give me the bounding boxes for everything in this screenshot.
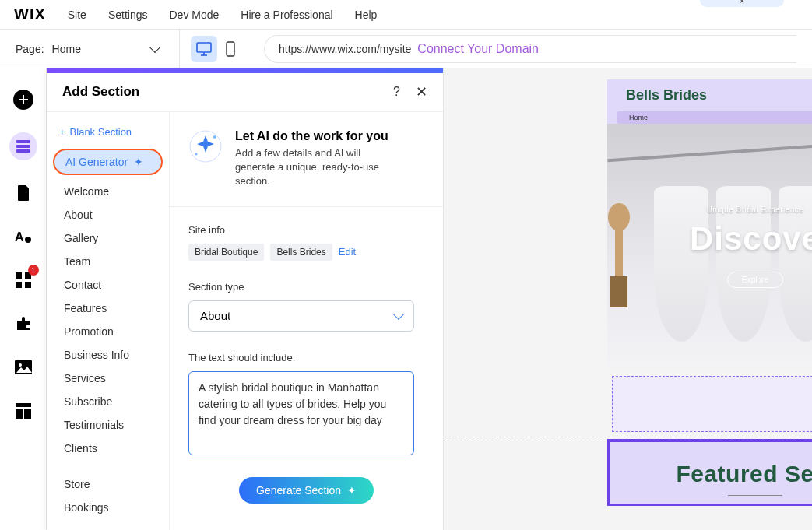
nav-ai-generator[interactable]: AI Generator ✦ (53, 149, 163, 175)
sparkle-icon: ✦ (347, 484, 357, 497)
nav-about[interactable]: About (47, 203, 169, 226)
nav-features[interactable]: Features (47, 297, 169, 320)
sparkle-icon: ✦ (134, 156, 143, 168)
section-drop-zone[interactable] (612, 376, 812, 432)
panel-header: Add Section ? ✕ (47, 73, 443, 113)
menu-help[interactable]: Help (355, 9, 378, 21)
url-bar[interactable]: https://www.wix.com/mysite Connect Your … (264, 35, 796, 63)
site-nav-home[interactable]: Home (629, 114, 755, 121)
page-label: Page: (16, 43, 44, 55)
layout-button[interactable] (12, 400, 34, 422)
edit-site-info-link[interactable]: Edit (339, 246, 356, 258)
generate-label: Generate Section (256, 484, 341, 497)
pages-button[interactable] (12, 182, 34, 204)
menu-settings[interactable]: Settings (108, 9, 148, 21)
blank-section-label: Blank Section (70, 126, 132, 138)
text-include-label: The text should include: (188, 352, 424, 363)
svg-rect-27 (610, 276, 627, 307)
page-select[interactable]: Home (52, 43, 159, 55)
chevron-down-icon (149, 41, 160, 52)
site-hero-eyebrow: Unique Bridal Experience (707, 205, 804, 214)
left-rail: A 1 (0, 68, 47, 530)
nav-promotion[interactable]: Promotion (47, 320, 169, 343)
preview-canvas[interactable]: Bells Brides Home Shop Unique Bridal Exp… (444, 68, 812, 530)
chevron-down-icon (393, 308, 404, 319)
svg-point-23 (213, 135, 216, 139)
svg-point-25 (608, 203, 630, 231)
nav-store[interactable]: Store (47, 472, 169, 496)
menu-devmode[interactable]: Dev Mode (170, 9, 220, 21)
nav-services[interactable]: Services (47, 367, 169, 390)
site-hero-headline: Discove (690, 220, 812, 258)
section-type-select[interactable]: About (188, 300, 414, 332)
wix-logo: WIX (14, 5, 46, 23)
svg-rect-9 (16, 145, 30, 148)
mobile-view-button[interactable] (217, 36, 244, 62)
svg-rect-15 (16, 282, 22, 288)
site-brand: Bells Brides (626, 87, 812, 104)
svg-rect-8 (16, 140, 30, 143)
help-icon[interactable]: ? (393, 85, 400, 99)
nav-welcome[interactable]: Welcome (47, 180, 169, 203)
site-header: Bells Brides (607, 79, 812, 111)
ai-hero: Let AI do the work for you Add a few det… (170, 112, 443, 207)
panel-title: Add Section (62, 84, 139, 100)
plugins-button[interactable] (12, 313, 34, 335)
text-include-input[interactable] (188, 371, 414, 455)
url-text: https://www.wix.com/mysite (279, 43, 411, 55)
nav-testimonials[interactable]: Testimonials (47, 413, 169, 437)
site-hero: Unique Bridal Experience Discove Explore (607, 124, 812, 370)
menu-site[interactable]: Site (68, 9, 86, 21)
toolbar: Page: Home https://www.wix.com/mysite Co… (0, 30, 812, 68)
ai-sparkle-icon (188, 129, 223, 163)
plus-icon: + (59, 126, 65, 138)
site-explore-button[interactable]: Explore (727, 272, 783, 288)
apps-button[interactable]: 1 (12, 269, 34, 291)
site-info-label: Site info (188, 224, 424, 236)
section-type-value: About (200, 309, 230, 322)
add-button[interactable] (12, 89, 34, 111)
site-nav: Home Shop (607, 111, 812, 124)
blank-section-link[interactable]: + Blank Section (47, 123, 169, 147)
connect-domain-link[interactable]: Connect Your Domain (417, 42, 539, 56)
ai-hero-title: Let AI do the work for you (235, 129, 399, 143)
top-menubar: WIX Site Settings Dev Mode Hire a Profes… (0, 0, 812, 30)
page-value: Home (52, 43, 81, 55)
site-nav-shop[interactable]: Shop (755, 114, 812, 121)
nav-team[interactable]: Team (47, 250, 169, 273)
top-pill[interactable]: × (700, 0, 784, 7)
svg-rect-16 (25, 282, 31, 288)
menu-hire[interactable]: Hire a Professional (241, 9, 332, 21)
chip-business-type: Bridal Boutique (188, 244, 264, 261)
ai-form: Site info Bridal Boutique Bells Brides E… (170, 207, 443, 527)
media-button[interactable] (12, 356, 34, 378)
sections-button[interactable] (9, 132, 37, 160)
panel-nav: + Blank Section AI Generator ✦ Welcome A… (47, 112, 170, 530)
nav-contact[interactable]: Contact (47, 273, 169, 297)
close-icon[interactable]: ✕ (416, 83, 427, 100)
svg-rect-13 (16, 272, 22, 279)
section-type-label: Section type (188, 281, 424, 293)
featured-underline (728, 495, 782, 496)
featured-title: Featured Sele (610, 461, 812, 487)
nav-business-info[interactable]: Business Info (47, 343, 169, 367)
add-section-panel: Add Section ? ✕ + Blank Section AI Gener… (47, 68, 444, 530)
svg-point-12 (25, 237, 31, 243)
featured-section[interactable]: Featured Sele (607, 439, 812, 506)
nav-bookings[interactable]: Bookings (47, 496, 169, 519)
generate-section-button[interactable]: Generate Section ✦ (239, 477, 374, 504)
design-button[interactable]: A (12, 226, 34, 247)
workspace: A 1 Add Section ? ✕ + (0, 68, 812, 530)
divider (179, 30, 180, 68)
site-preview: Bells Brides Home Shop Unique Bridal Exp… (607, 79, 812, 506)
desktop-view-button[interactable] (191, 36, 217, 62)
svg-rect-20 (16, 409, 23, 419)
svg-text:A: A (15, 230, 24, 244)
chip-business-name: Bells Brides (270, 244, 332, 261)
svg-rect-10 (16, 149, 30, 153)
nav-clients[interactable]: Clients (47, 437, 169, 460)
svg-point-18 (19, 363, 22, 367)
nav-subscribe[interactable]: Subscribe (47, 390, 169, 413)
nav-gallery[interactable]: Gallery (47, 226, 169, 250)
svg-rect-0 (197, 43, 211, 52)
